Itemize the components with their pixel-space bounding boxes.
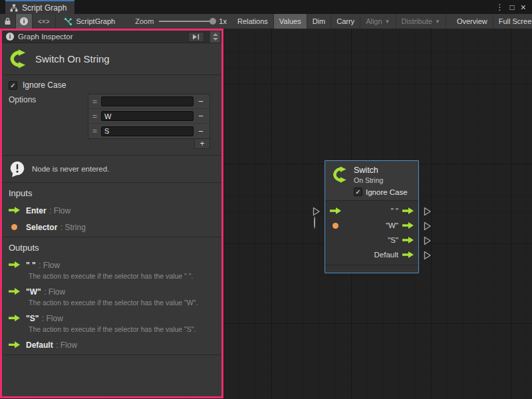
toolbar-buttons: Relations Values Dim Carry Align ▼ Distr… [232, 14, 532, 29]
dock-icon [192, 34, 200, 40]
flow-port-icon [9, 314, 20, 322]
maximize-icon[interactable]: □ [510, 3, 515, 11]
remove-option-button[interactable]: − [194, 97, 208, 106]
code-icon: <×> [38, 18, 50, 25]
options-list: = − = − = − [88, 94, 210, 139]
lock-icon [4, 17, 11, 25]
flow-port-icon [9, 340, 20, 348]
options-label: Options [9, 94, 88, 149]
option-input[interactable] [101, 96, 194, 106]
output-port-icon[interactable] [402, 221, 414, 229]
window-controls: ⋮ □ × [496, 0, 532, 14]
switch-icon [331, 166, 348, 184]
option-row: = − [88, 109, 209, 124]
drag-handle-icon[interactable]: = [88, 126, 101, 136]
graph-name: ScriptGraph [76, 17, 116, 25]
info-icon: i [6, 33, 14, 41]
values-button[interactable]: Values [274, 14, 307, 29]
script-graph-icon [64, 17, 72, 26]
tab-script-graph[interactable]: Script Graph [5, 0, 74, 14]
inspector-empty-area [2, 355, 221, 396]
ignore-case-checkbox[interactable]: ✓ [9, 81, 17, 90]
node-footer [325, 265, 418, 273]
output-row: " " : Flow [9, 259, 215, 271]
dock-panel-button[interactable] [188, 32, 204, 42]
window-menu-icon[interactable]: ⋮ [496, 3, 504, 11]
external-output-stub[interactable] [423, 221, 432, 231]
remove-option-button[interactable]: − [194, 127, 208, 136]
output-description: The action to execute if the selector ha… [29, 299, 215, 307]
align-dropdown[interactable]: Align ▼ [360, 14, 396, 29]
distribute-dropdown[interactable]: Distribute ▼ [396, 14, 446, 29]
output-row: "S" : Flow [9, 312, 215, 324]
option-row: = − [88, 124, 209, 138]
enter-port-icon[interactable] [330, 207, 341, 215]
output-row: "W" : Flow [9, 285, 215, 297]
node-ignore-case-checkbox[interactable]: ✓ [354, 188, 362, 196]
close-icon[interactable]: × [521, 3, 526, 12]
node-header[interactable]: Switch On String ✓ Ignore Case [325, 161, 418, 201]
info-icon: i [20, 17, 28, 25]
port-label: Default [374, 251, 398, 259]
outputs-section: Outputs " " : Flow The action to execute… [2, 237, 221, 354]
option-input[interactable] [101, 111, 194, 121]
flow-port-icon [9, 206, 20, 214]
external-output-stub[interactable] [423, 251, 432, 260]
node-title: Switch [354, 166, 408, 175]
dim-button[interactable]: Dim [307, 14, 332, 29]
flow-port-icon [9, 287, 20, 295]
inputs-title: Inputs [9, 188, 215, 198]
node-subtitle: On String [354, 176, 408, 184]
tab-title: Script Graph [22, 3, 66, 13]
port-label: "S" [388, 236, 398, 244]
graph-breadcrumb[interactable]: ScriptGraph [56, 14, 122, 29]
external-output-stub[interactable] [423, 207, 432, 216]
overview-button[interactable]: Overview [452, 14, 493, 29]
warning-bubble-icon [9, 160, 26, 178]
output-port-icon[interactable] [402, 251, 414, 259]
option-row: = − [88, 94, 209, 109]
lock-button[interactable] [0, 14, 16, 29]
remove-option-button[interactable]: − [194, 112, 208, 120]
zoom-label: Zoom [135, 17, 154, 25]
external-output-stub[interactable] [423, 236, 432, 245]
output-description: The action to execute if the selector ha… [29, 272, 215, 281]
inspector-header[interactable]: i Graph Inspector [2, 31, 221, 43]
graph-inspector-panel: i Graph Inspector Switch On String ✓ Ign… [0, 29, 223, 398]
unity-script-graph-window: { "window": { "tab_title": "Script Graph… [0, 0, 532, 399]
warning-banner: Node is never entered. [2, 156, 221, 182]
option-input[interactable] [101, 126, 194, 136]
output-port-icon[interactable] [402, 236, 414, 244]
zoom-slider-handle[interactable] [209, 18, 216, 25]
node-properties: ✓ Ignore Case Options = − = − [2, 75, 221, 155]
panel-scrubber[interactable] [210, 31, 220, 43]
node-body: " " "W" "S" Default [325, 201, 418, 265]
output-port-icon[interactable] [402, 207, 414, 215]
drag-handle-icon[interactable]: = [88, 97, 101, 106]
input-row: Selector : String [9, 221, 215, 233]
inputs-section: Inputs Enter : Flow Selector : String [2, 183, 221, 237]
relations-button[interactable]: Relations [232, 14, 274, 29]
carry-button[interactable]: Carry [331, 14, 360, 29]
add-option-button[interactable]: + [194, 139, 210, 149]
hierarchy-icon [10, 4, 18, 12]
switch-on-string-node[interactable]: Switch On String ✓ Ignore Case " " "W" [325, 160, 419, 273]
generated-code-button[interactable]: <×> [33, 14, 56, 29]
outputs-title: Outputs [9, 243, 215, 253]
chevron-down-icon: ▼ [385, 19, 390, 25]
zoom-control: Zoom 1x [122, 14, 232, 29]
warning-text: Node is never entered. [32, 165, 109, 173]
selector-port-icon[interactable] [332, 223, 338, 229]
full-screen-button[interactable]: Full Screen [493, 14, 532, 29]
input-row: Enter : Flow [9, 204, 215, 216]
inspector-toggle-button[interactable]: i [16, 14, 33, 29]
value-port-icon [11, 224, 17, 230]
ignore-case-label: Ignore Case [23, 80, 66, 90]
scrub-down-icon[interactable] [213, 38, 218, 41]
external-flow-input-stub[interactable] [312, 207, 321, 216]
inspector-title: Graph Inspector [18, 33, 72, 41]
zoom-slider[interactable] [159, 21, 213, 22]
scrub-up-icon[interactable] [213, 33, 218, 36]
chevron-down-icon: ▼ [435, 19, 440, 25]
drag-handle-icon[interactable]: = [88, 112, 101, 121]
